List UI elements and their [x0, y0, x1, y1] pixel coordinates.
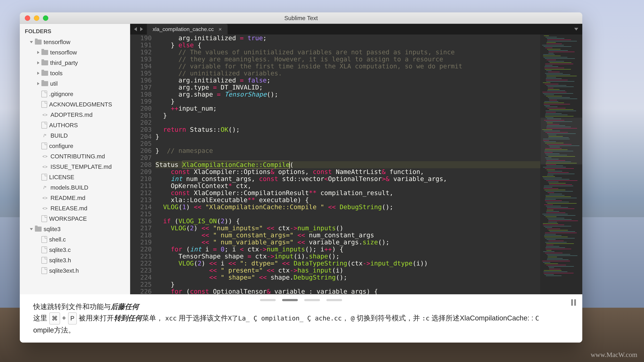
close-tab-button[interactable]: ×	[218, 26, 222, 32]
file-row[interactable]: <>CONTRIBUTING.md	[20, 151, 130, 162]
tree-item-label: CONTRIBUTING.md	[50, 153, 105, 160]
file-icon	[42, 122, 47, 129]
sidebar: FOLDERS tensorflowtensorflowthird_partyt…	[20, 24, 130, 294]
file-row[interactable]: configure	[20, 141, 130, 151]
file-type-icon: <>	[42, 195, 48, 201]
traffic-lights	[25, 15, 48, 21]
tree-item-label: tools	[50, 70, 62, 77]
file-type-icon: /*	[42, 133, 48, 138]
folder-icon	[35, 227, 42, 232]
tree-item-label: shell.c	[49, 236, 66, 243]
line-number-gutter: 1901911921931941951961971981992002012022…	[130, 34, 156, 294]
folder-row[interactable]: tensorflow	[20, 47, 130, 58]
folder-row[interactable]: third_party	[20, 58, 130, 68]
tree-item-label: WORKSPACE	[49, 215, 87, 222]
disclosure-triangle-icon[interactable]	[30, 41, 33, 43]
tab-bar: xla_compilation_cache.cc ×	[130, 24, 582, 34]
file-row[interactable]: ACKNOWLEDGMENTS	[20, 99, 130, 110]
minimap[interactable]	[540, 34, 582, 294]
tutorial-panel: 快速跳转到文件和功能与后藤任何 这里 ⌘ + P 被用来打开转到任何菜单， xc…	[20, 294, 582, 343]
tutorial-page-indicator	[260, 299, 342, 301]
disclosure-triangle-icon[interactable]	[37, 72, 40, 75]
file-icon	[42, 101, 47, 108]
file-type-icon: <>	[42, 154, 48, 159]
folder-row[interactable]: tools	[20, 68, 130, 78]
file-type-icon: /*	[42, 185, 48, 190]
folder-icon	[42, 60, 48, 65]
folder-row[interactable]: util	[20, 78, 130, 89]
folder-icon	[42, 81, 48, 86]
tree-item-label: sqlite3.h	[49, 257, 71, 264]
folder-row[interactable]: tensorflow	[20, 37, 130, 47]
file-row[interactable]: AUTHORS	[20, 120, 130, 130]
file-row[interactable]: WORKSPACE	[20, 214, 130, 224]
file-type-icon: <>	[42, 112, 48, 117]
tree-item-label: ADOPTERS.md	[50, 111, 92, 118]
file-row[interactable]: .gitignore	[20, 89, 130, 99]
tutorial-dot[interactable]	[260, 299, 276, 301]
kbd-p: P	[68, 312, 77, 325]
file-row[interactable]: /*models.BUILD	[20, 182, 130, 193]
close-window-button[interactable]	[25, 15, 30, 21]
file-icon	[42, 215, 47, 222]
file-row[interactable]: /*BUILD	[20, 130, 130, 141]
app-window: Sublime Text FOLDERS tensorflowtensorflo…	[20, 12, 582, 343]
zoom-window-button[interactable]	[43, 15, 48, 21]
tree-item-label: ACKNOWLEDGMENTS	[49, 101, 112, 108]
file-row[interactable]: LICENSE	[20, 172, 130, 182]
tree-item-label: sqlite3ext.h	[49, 267, 79, 274]
file-icon	[42, 174, 47, 180]
window-title: Sublime Text	[284, 15, 318, 21]
tree-item-label: .gitignore	[49, 91, 73, 97]
tree-item-label: README.md	[50, 195, 85, 201]
file-icon	[42, 247, 47, 253]
file-row[interactable]: <>ADOPTERS.md	[20, 110, 130, 120]
editor-area: xla_compilation_cache.cc × 1901911921931…	[130, 24, 582, 294]
file-tab[interactable]: xla_compilation_cache.cc ×	[147, 24, 228, 34]
tree-item-label: RELEASE.md	[50, 205, 88, 212]
sidebar-header: FOLDERS	[20, 26, 130, 37]
disclosure-triangle-icon[interactable]	[37, 51, 40, 54]
folder-icon	[35, 39, 42, 44]
tree-item-label: ISSUE_TEMPLATE.md	[50, 163, 112, 170]
disclosure-triangle-icon[interactable]	[37, 61, 40, 64]
file-row[interactable]: <>RELEASE.md	[20, 203, 130, 214]
tree-item-label: configure	[49, 143, 73, 149]
tutorial-body-line-2: ompile方法。	[33, 325, 569, 336]
tutorial-body-line-1: 这里 ⌘ + P 被用来打开转到任何菜单， xcc 用于选择该文件X了La_ Ç…	[33, 312, 569, 325]
disclosure-triangle-icon[interactable]	[30, 228, 33, 230]
file-row[interactable]: sqlite3.c	[20, 245, 130, 255]
tab-history-nav	[130, 24, 147, 34]
file-icon	[42, 91, 47, 97]
history-back-button[interactable]	[134, 27, 137, 31]
title-bar: Sublime Text	[20, 12, 582, 24]
tab-overflow-menu[interactable]	[574, 28, 578, 30]
tree-item-label: tensorflow	[44, 39, 70, 45]
code-content[interactable]: arg.initialized = true; } else { // The …	[156, 34, 540, 294]
folder-row[interactable]: sqlite3	[20, 224, 130, 234]
tree-item-label: third_party	[50, 59, 78, 66]
history-forward-button[interactable]	[140, 27, 143, 31]
folder-icon	[42, 71, 48, 76]
minimize-window-button[interactable]	[34, 15, 39, 21]
file-row[interactable]: sqlite3ext.h	[20, 266, 130, 276]
code-editor[interactable]: 1901911921931941951961971981992002012022…	[130, 34, 582, 294]
file-row[interactable]: shell.c	[20, 234, 130, 245]
tree-item-label: models.BUILD	[50, 184, 88, 191]
file-row[interactable]: <>README.md	[20, 193, 130, 203]
tutorial-dot[interactable]	[326, 299, 342, 301]
file-row[interactable]: sqlite3.h	[20, 255, 130, 266]
file-icon	[42, 236, 47, 243]
tree-item-label: sqlite3.c	[49, 247, 70, 253]
file-type-icon: <>	[42, 206, 48, 211]
folder-icon	[42, 50, 48, 55]
tutorial-dot[interactable]	[304, 299, 320, 301]
disclosure-triangle-icon[interactable]	[37, 82, 40, 85]
tree-item-label: util	[50, 80, 58, 87]
tree-item-label: LICENSE	[49, 174, 74, 180]
file-icon	[42, 143, 47, 149]
file-row[interactable]: <>ISSUE_TEMPLATE.md	[20, 162, 130, 172]
folder-tree[interactable]: tensorflowtensorflowthird_partytoolsutil…	[20, 37, 130, 276]
tutorial-pause-button[interactable]	[571, 299, 576, 306]
tutorial-dot[interactable]	[282, 299, 298, 301]
